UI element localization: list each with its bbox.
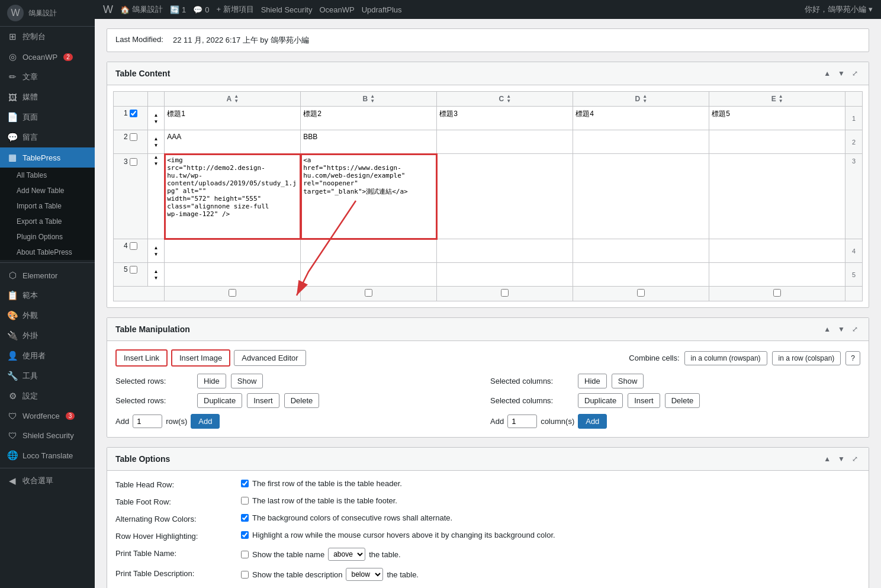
cell-3-a[interactable]: <img src="http://demo2.design-hu.tw/wp-c… — [165, 154, 301, 239]
cell-1-b-input[interactable]: 標題2 — [301, 107, 436, 128]
row-1-sort-down[interactable]: ▼ — [148, 118, 165, 125]
alternating-colors-checkbox[interactable] — [241, 514, 249, 522]
cell-5-b-input[interactable] — [301, 263, 436, 284]
sidebar-item-plugins[interactable]: 🔌 外掛 — [0, 326, 95, 346]
cell-1-c-input[interactable]: 標題3 — [437, 107, 573, 128]
panel-collapse-btn[interactable]: ▲ — [821, 68, 833, 79]
sidebar-item-users[interactable]: 👤 使用者 — [0, 346, 95, 366]
cell-1-d[interactable]: 標題4 — [573, 107, 709, 130]
cell-2-c[interactable] — [437, 130, 573, 154]
cell-3-d-input[interactable] — [573, 154, 709, 237]
manip-fullscreen-btn[interactable]: ⤢ — [850, 324, 860, 335]
print-desc-select[interactable]: above below — [346, 568, 383, 581]
delete-rows-button[interactable]: Delete — [284, 393, 320, 408]
add-cols-btn[interactable]: Add — [578, 414, 607, 429]
duplicate-cols-button[interactable]: Duplicate — [578, 393, 623, 408]
cell-4-a[interactable] — [165, 239, 301, 263]
options-fullscreen-btn[interactable]: ⤢ — [850, 454, 860, 464]
submenu-add-new-table[interactable]: Add New Table — [0, 183, 95, 198]
row-2-sort-down[interactable]: ▼ — [148, 142, 165, 149]
combine-row-button[interactable]: in a row (colspan) — [772, 351, 841, 365]
cell-5-c-input[interactable] — [437, 263, 573, 284]
admin-bar-new-item[interactable]: + 新增項目 — [213, 0, 257, 19]
row-4-checkbox[interactable] — [130, 242, 137, 250]
row-3-checkbox[interactable] — [130, 158, 137, 166]
show-rows-button[interactable]: Show — [231, 374, 263, 388]
row-1-checkbox[interactable] — [130, 110, 137, 117]
col-c-checkbox[interactable] — [501, 289, 509, 297]
admin-bar-oceanwp[interactable]: OceanWP — [316, 0, 358, 19]
sidebar-item-oceanwp[interactable]: ◎ OceanWP 2 — [0, 47, 95, 67]
row-2-checkbox[interactable] — [130, 133, 137, 141]
cell-4-c[interactable] — [437, 239, 573, 263]
print-desc-checkbox[interactable] — [241, 571, 249, 579]
admin-bar-user[interactable]: 你好，鴿學苑小編 ▾ — [801, 0, 876, 19]
cell-5-d[interactable] — [573, 263, 709, 287]
duplicate-rows-button[interactable]: Duplicate — [197, 393, 242, 408]
sidebar-item-tools[interactable]: 🔧 工具 — [0, 366, 95, 386]
cell-3-d[interactable] — [573, 154, 709, 239]
submenu-export-table[interactable]: Export a Table — [0, 214, 95, 229]
cell-3-b-input[interactable]: <a href="https://www.design-hu.com/web-d… — [301, 154, 436, 237]
row-3-sort-up[interactable]: ▲ — [148, 154, 165, 160]
options-collapse-btn[interactable]: ▲ — [821, 454, 833, 464]
cell-2-e-input[interactable] — [709, 130, 845, 152]
cell-2-d-input[interactable] — [573, 130, 709, 152]
table-foot-checkbox[interactable] — [241, 497, 249, 505]
sidebar-item-media[interactable]: 🖼 媒體 — [0, 87, 95, 107]
sidebar-item-dashboard[interactable]: ⊞ 控制台 — [0, 27, 95, 47]
cell-1-b[interactable]: 標題2 — [301, 107, 437, 130]
sidebar-item-appearance[interactable]: 🎨 外觀 — [0, 306, 95, 326]
cell-4-e[interactable] — [709, 239, 845, 263]
manip-expand-btn[interactable]: ▼ — [835, 324, 847, 335]
cell-4-b[interactable] — [301, 239, 437, 263]
cell-4-a-input[interactable] — [165, 239, 300, 261]
add-rows-input[interactable] — [133, 415, 162, 428]
cell-5-d-input[interactable] — [573, 263, 709, 284]
admin-bar-wp-logo[interactable]: W — [99, 0, 117, 19]
submenu-import-table[interactable]: Import a Table — [0, 198, 95, 214]
admin-bar-updraftplus[interactable]: UpdraftPlus — [358, 0, 406, 19]
submenu-all-tables[interactable]: All Tables — [0, 168, 95, 183]
sidebar-item-templates[interactable]: 📋 範本 — [0, 285, 95, 306]
col-d-checkbox[interactable] — [637, 289, 645, 297]
hide-cols-button[interactable]: Hide — [578, 374, 607, 388]
print-name-checkbox[interactable] — [241, 551, 249, 558]
col-b-sort-down[interactable]: ▼ — [370, 99, 375, 104]
sidebar-item-comments[interactable]: 💬 留言 — [0, 127, 95, 147]
sidebar-item-loco-translate[interactable]: 🌐 Loco Translate — [0, 445, 95, 465]
sidebar-item-posts[interactable]: ✏ 文章 — [0, 67, 95, 87]
sidebar-item-collapse[interactable]: ◀ 收合選單 — [0, 471, 95, 491]
col-e-checkbox[interactable] — [773, 289, 781, 297]
row-4-sort-down[interactable]: ▼ — [148, 251, 165, 258]
cell-3-a-input[interactable]: <img src="http://demo2.design-hu.tw/wp-c… — [165, 154, 300, 237]
submenu-plugin-options[interactable]: Plugin Options — [0, 229, 95, 245]
sidebar-item-shield-security[interactable]: 🛡 Shield Security — [0, 426, 95, 445]
cell-2-a[interactable]: AAA — [165, 130, 301, 154]
cell-1-e-input[interactable]: 標題5 — [709, 107, 845, 128]
admin-bar-updates[interactable]: 🔄 1 — [166, 0, 189, 19]
cell-2-a-input[interactable]: AAA — [165, 130, 300, 152]
row-3-sort-down[interactable]: ▼ — [148, 160, 165, 167]
cell-3-e-input[interactable] — [709, 154, 845, 237]
cell-5-a[interactable] — [165, 263, 301, 287]
admin-bar-comments[interactable]: 💬 0 — [189, 0, 213, 19]
admin-bar-shield[interactable]: Shield Security — [258, 0, 316, 19]
cell-4-c-input[interactable] — [437, 239, 573, 261]
col-d-sort-down[interactable]: ▼ — [642, 99, 647, 104]
hide-rows-button[interactable]: Hide — [197, 374, 226, 388]
add-cols-input[interactable] — [507, 415, 537, 428]
sidebar-item-wordfence[interactable]: 🛡 Wordfence 3 — [0, 406, 95, 426]
admin-bar-site[interactable]: 🏠 鴿巢設計 — [117, 0, 166, 19]
col-e-sort-down[interactable]: ▼ — [779, 99, 783, 104]
col-b-checkbox[interactable] — [365, 289, 372, 297]
cell-5-e[interactable] — [709, 263, 845, 287]
insert-cols-button[interactable]: Insert — [628, 393, 660, 408]
panel-fullscreen-btn[interactable]: ⤢ — [850, 68, 860, 79]
cell-5-a-input[interactable] — [165, 263, 300, 284]
sidebar-item-pages[interactable]: 📄 頁面 — [0, 107, 95, 127]
cell-2-e[interactable] — [709, 130, 845, 154]
row-4-sort-up[interactable]: ▲ — [148, 245, 165, 251]
show-cols-button[interactable]: Show — [612, 374, 644, 388]
row-2-sort-up[interactable]: ▲ — [148, 136, 165, 142]
